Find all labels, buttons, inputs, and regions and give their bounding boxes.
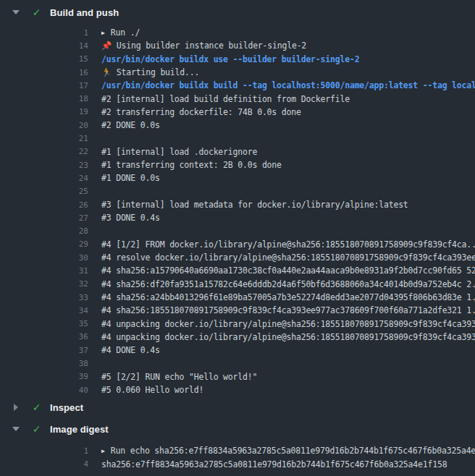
line-number[interactable]: 35 xyxy=(0,319,88,328)
log-text: #1 [internal] load .dockerignore xyxy=(101,147,257,157)
section-title: Image digest xyxy=(50,424,109,435)
log-text: #1 DONE 0.0s xyxy=(101,173,160,183)
expand-group-icon[interactable]: ▶ xyxy=(101,30,105,36)
log-text: #3 DONE 0.4s xyxy=(101,213,160,223)
line-number[interactable]: 21 xyxy=(0,134,88,143)
line-number[interactable]: 14 xyxy=(0,41,88,51)
line-number[interactable]: 23 xyxy=(0,161,88,170)
log-lines-build-and-push: 1▶Run ./14📌 Using builder instance build… xyxy=(0,26,475,396)
log-line: 15/usr/bin/docker buildx use --builder b… xyxy=(0,53,475,66)
log-text: #5 0.060 Hello world! xyxy=(101,385,203,395)
section-header-image-digest[interactable]: ✓ Image digest xyxy=(0,418,475,440)
line-number[interactable]: 4 xyxy=(0,459,88,469)
log-text: #2 transferring dockerfile: 74B 0.0s don… xyxy=(101,107,301,117)
line-number[interactable]: 20 xyxy=(0,121,88,130)
log-line: 24#1 DONE 0.0s xyxy=(0,171,475,184)
log-text: Run echo sha256:e7ff8834a5963a2785c5a081… xyxy=(111,446,475,456)
success-check-icon: ✓ xyxy=(31,401,42,413)
line-number[interactable]: 16 xyxy=(0,68,88,77)
line-number[interactable]: 28 xyxy=(0,226,88,236)
log-line: 18#2 [internal] load build definition fr… xyxy=(0,92,475,105)
log-line: 28 xyxy=(0,224,475,237)
log-line: 33#4 sha256:a24bb4013296f61e89ba57005a7b… xyxy=(0,291,475,304)
section-title: Build and push xyxy=(50,7,119,18)
line-number[interactable]: 37 xyxy=(0,346,88,355)
log-text: #4 sha256:a24bb4013296f61e89ba57005a7b3e… xyxy=(101,292,475,302)
section-title: Inspect xyxy=(50,402,83,413)
log-line: 20#2 DONE 0.0s xyxy=(0,119,475,132)
line-number[interactable]: 40 xyxy=(0,386,88,395)
log-line: 37#4 DONE 0.4s xyxy=(0,344,475,357)
section-header-build-and-push[interactable]: ✓ Build and push xyxy=(0,1,475,23)
log-text: /usr/bin/docker buildx use --builder bui… xyxy=(101,54,359,64)
log-line: 32#4 sha256:df20fa9351a15782c64e6dddb2d4… xyxy=(0,278,475,291)
line-number[interactable]: 34 xyxy=(0,306,88,315)
line-number[interactable]: 31 xyxy=(0,266,88,276)
line-number[interactable]: 29 xyxy=(0,239,88,249)
log-line: 35#4 unpacking docker.io/library/alpine@… xyxy=(0,318,475,331)
line-number[interactable]: 30 xyxy=(0,253,88,263)
log-line: 29#4 [1/2] FROM docker.io/library/alpine… xyxy=(0,238,475,251)
line-number[interactable]: 32 xyxy=(0,279,88,289)
log-text: #3 [internal] load metadata for docker.i… xyxy=(101,200,408,210)
log-line: 23#1 transferring context: 2B 0.0s done xyxy=(0,158,475,171)
log-text: /usr/bin/docker buildx build --tag local… xyxy=(101,80,475,90)
line-number[interactable]: 1 xyxy=(0,28,88,38)
log-lines-image-digest: 1▶Run echo sha256:e7ff8834a5963a2785c5a0… xyxy=(0,444,475,471)
log-text: #4 resolve docker.io/library/alpine@sha2… xyxy=(101,252,475,263)
line-number[interactable]: 25 xyxy=(0,187,88,196)
log-text: 📌 Using builder instance builder-single-… xyxy=(101,41,306,51)
line-number[interactable]: 38 xyxy=(0,359,88,368)
line-number[interactable]: 1 xyxy=(0,446,88,456)
line-number[interactable]: 24 xyxy=(0,174,88,183)
log-text: #4 sha256:df20fa9351a15782c64e6dddb2d4a6… xyxy=(101,279,475,289)
chevron-down-icon[interactable] xyxy=(12,427,20,431)
log-text: #4 [1/2] FROM docker.io/library/alpine@s… xyxy=(101,239,475,250)
log-line: 31#4 sha256:a15790640a6690aa1730c38cf0a4… xyxy=(0,264,475,277)
log-text: #4 unpacking docker.io/library/alpine@sh… xyxy=(101,319,475,329)
log-text: 🏃 Starting build... xyxy=(101,67,199,77)
log-line: 26#3 [internal] load metadata for docker… xyxy=(0,198,475,211)
log-line: 39#5 [2/2] RUN echo "Hello world!" xyxy=(0,370,475,383)
log-text: sha256:e7ff8834a5963a2785c5a0811e979d16b… xyxy=(101,459,447,469)
log-line: 16🏃 Starting build... xyxy=(0,66,475,79)
log-line: 38 xyxy=(0,357,475,370)
log-text: #5 [2/2] RUN echo "Hello world!" xyxy=(101,372,257,382)
log-line: 19#2 transferring dockerfile: 74B 0.0s d… xyxy=(0,106,475,119)
line-number[interactable]: 27 xyxy=(0,213,88,223)
success-check-icon: ✓ xyxy=(31,423,42,435)
log-text: #4 unpacking docker.io/library/alpine@sh… xyxy=(101,332,475,342)
log-line: 14📌 Using builder instance builder-singl… xyxy=(0,39,475,52)
success-check-icon: ✓ xyxy=(31,7,42,18)
section-header-inspect[interactable]: ✓ Inspect xyxy=(0,396,475,418)
log-line: 21 xyxy=(0,132,475,145)
log-text: #4 DONE 0.4s xyxy=(101,345,160,355)
log-line: 22#1 [internal] load .dockerignore xyxy=(0,145,475,158)
log-text: #4 sha256:185518070891758909c9f839cf4ca3… xyxy=(101,305,475,315)
log-line: 36#4 unpacking docker.io/library/alpine@… xyxy=(0,331,475,344)
log-text: #1 transferring context: 2B 0.0s done xyxy=(101,160,282,170)
line-number[interactable]: 39 xyxy=(0,372,88,381)
line-number[interactable]: 15 xyxy=(0,54,88,64)
log-line: 1▶Run echo sha256:e7ff8834a5963a2785c5a0… xyxy=(0,444,475,457)
line-number[interactable]: 33 xyxy=(0,293,88,302)
log-line: 34#4 sha256:185518070891758909c9f839cf4c… xyxy=(0,304,475,317)
log-viewer: ✓ Build and push 1▶Run ./14📌 Using build… xyxy=(0,1,475,471)
log-text: #2 DONE 0.0s xyxy=(101,120,160,130)
line-number[interactable]: 18 xyxy=(0,94,88,103)
log-text: Run ./ xyxy=(111,27,140,38)
chevron-right-icon[interactable] xyxy=(12,404,20,411)
line-number[interactable]: 22 xyxy=(0,147,88,156)
line-number[interactable]: 26 xyxy=(0,200,88,210)
log-line: 27#3 DONE 0.4s xyxy=(0,211,475,224)
line-number[interactable]: 19 xyxy=(0,107,88,116)
log-line: 40#5 0.060 Hello world! xyxy=(0,383,475,396)
expand-group-icon[interactable]: ▶ xyxy=(101,448,105,454)
line-number[interactable]: 36 xyxy=(0,332,88,341)
log-line: 17/usr/bin/docker buildx build --tag loc… xyxy=(0,79,475,92)
log-text: #4 sha256:a15790640a6690aa1730c38cf0a440… xyxy=(101,265,475,276)
chevron-down-icon[interactable] xyxy=(12,10,20,14)
log-line: 4sha256:e7ff8834a5963a2785c5a0811e979d16… xyxy=(0,458,475,471)
line-number[interactable]: 17 xyxy=(0,81,88,90)
log-line: 30#4 resolve docker.io/library/alpine@sh… xyxy=(0,251,475,264)
